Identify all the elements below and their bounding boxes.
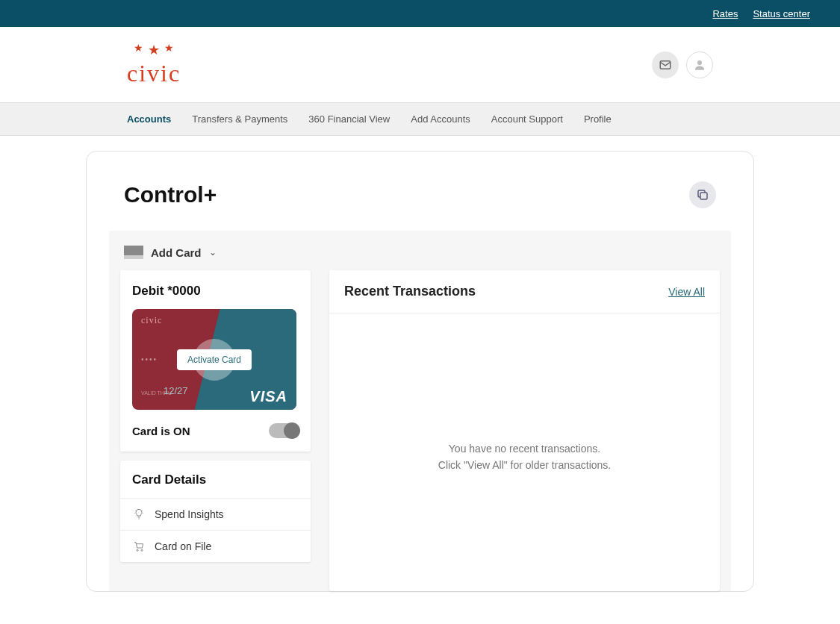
content-card: Control+ Add Card ⌄ Debit *0000 — [86, 151, 754, 592]
card-masked-number: •••• — [141, 355, 158, 364]
nav-item-profile[interactable]: Profile — [584, 103, 612, 135]
bulb-icon — [132, 508, 146, 520]
valid-thru-date: 12/27 — [164, 385, 188, 396]
card-network-label: VISA — [249, 388, 287, 405]
details-item-spend-insights[interactable]: Spend Insights — [120, 499, 311, 531]
main-nav: AccountsTransfers & Payments360 Financia… — [0, 102, 840, 136]
card-on-toggle[interactable] — [269, 423, 299, 438]
details-item-label: Card on File — [155, 540, 211, 552]
profile-icon[interactable] — [686, 52, 713, 78]
brand-logo[interactable]: ★★★ civic — [127, 42, 181, 87]
empty-transactions-message: You have no recent transactions. Click "… — [329, 313, 720, 474]
activate-card-button[interactable]: Activate Card — [177, 349, 252, 370]
card-brand-text: civic — [141, 315, 162, 326]
header: ★★★ civic — [0, 27, 840, 102]
card-details-header: Card Details — [120, 461, 311, 499]
page-title: Control+ — [124, 182, 217, 208]
card-name: Debit *0000 — [132, 284, 299, 299]
top-utility-bar: Rates Status center — [0, 0, 840, 27]
nav-item-account-support[interactable]: Account Support — [491, 103, 563, 135]
status-center-link[interactable]: Status center — [753, 8, 810, 19]
details-item-card-on-file[interactable]: Card on File — [120, 531, 311, 562]
view-all-link[interactable]: View All — [668, 286, 705, 298]
nav-item-transfers-payments[interactable]: Transfers & Payments — [192, 103, 287, 135]
card-details-box: Card Details Spend InsightsCard on File — [120, 461, 311, 562]
debit-card-image: civic •••• VALID THRU 12/27 VISA Activat… — [132, 309, 296, 410]
add-card-dropdown[interactable]: Add Card ⌄ — [120, 246, 720, 270]
empty-line-1: You have no recent transactions. — [329, 440, 720, 457]
nav-item-add-accounts[interactable]: Add Accounts — [411, 103, 470, 135]
card-summary-box: Debit *0000 civic •••• VALID THRU 12/27 … — [120, 270, 311, 452]
add-card-label: Add Card — [151, 246, 202, 259]
transactions-header: Recent Transactions — [344, 284, 476, 299]
details-item-label: Spend Insights — [155, 508, 224, 520]
copy-icon[interactable] — [689, 181, 716, 208]
svg-rect-2 — [700, 193, 707, 199]
inner-panel: Add Card ⌄ Debit *0000 civic •••• VALID … — [109, 231, 731, 591]
svg-point-4 — [141, 549, 143, 551]
brand-name: civic — [127, 60, 181, 87]
card-status-text: Card is ON — [132, 425, 190, 437]
messages-icon[interactable] — [652, 52, 679, 78]
rates-link[interactable]: Rates — [712, 8, 738, 19]
empty-line-2: Click "View All" for older transactions. — [329, 457, 720, 473]
card-chip-icon — [124, 246, 143, 259]
chevron-down-icon: ⌄ — [209, 247, 217, 258]
nav-item-360-financial-view[interactable]: 360 Financial View — [308, 103, 390, 135]
recent-transactions-box: Recent Transactions View All You have no… — [329, 270, 720, 591]
brand-stars-icon: ★★★ — [134, 42, 174, 58]
svg-point-3 — [137, 549, 138, 551]
nav-item-accounts[interactable]: Accounts — [127, 103, 171, 135]
svg-point-1 — [697, 60, 702, 65]
cart-icon — [132, 540, 146, 552]
